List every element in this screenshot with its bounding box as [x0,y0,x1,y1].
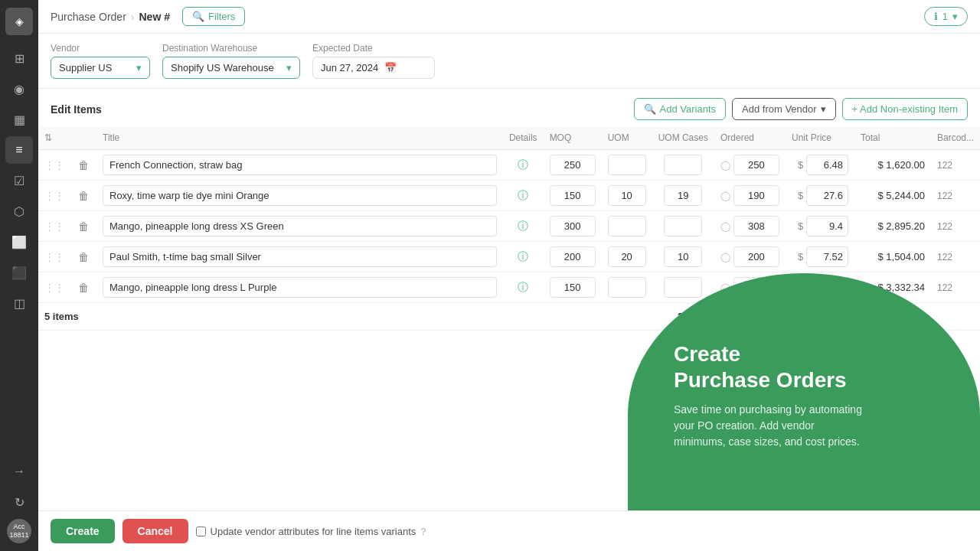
table-row: ⋮⋮ 🗑 ⓘ ◯ $ $ 1,620.00 [38,150,980,181]
update-vendor-checkbox-wrap: Update vendor attributes for line items … [196,526,426,537]
reports-icon[interactable]: ⬛ [5,259,33,286]
title-input[interactable] [103,246,497,267]
items-actions: 🔍 Add Variants Add from Vendor ▾ + Add N… [634,98,968,120]
delete-row-button[interactable]: 🗑 [77,249,90,265]
help-icon[interactable]: ? [420,526,426,537]
col-title: Title [96,126,503,150]
title-input[interactable] [103,155,497,175]
currency-symbol: $ [798,251,803,262]
details-info-icon[interactable]: ⓘ [518,281,528,293]
barcode-value: 122 [937,252,952,262]
account-icon[interactable]: Acc18811 [7,519,31,543]
add-variants-button[interactable]: 🔍 Add Variants [634,98,726,120]
filters-button[interactable]: 🔍 Filters [182,7,245,26]
currency-symbol: $ [798,190,803,201]
moq-input[interactable] [550,246,596,267]
col-barcode: Barcod... [931,126,980,150]
delete-row-button[interactable]: 🗑 [77,158,90,173]
uom-cases-input[interactable] [664,155,702,175]
ordered-input[interactable] [733,277,779,298]
sync-icon[interactable]: ↻ [5,488,33,516]
uom-cases-input[interactable] [664,277,702,298]
search-variants-icon: 🔍 [644,103,656,115]
title-input[interactable] [103,216,497,236]
add-from-vendor-button[interactable]: Add from Vendor ▾ [732,98,836,120]
ordered-input[interactable] [733,185,779,206]
details-info-icon[interactable]: ⓘ [518,250,528,262]
warehouse-select[interactable]: Shopify US Warehouse ▾ [162,57,300,79]
info-icon: ℹ [934,11,938,22]
moq-input[interactable] [550,277,596,298]
vendor-select[interactable]: Supplier US ▾ [51,57,150,79]
details-info-icon[interactable]: ⓘ [518,220,528,232]
moq-input[interactable] [550,155,596,175]
topbar: Purchase Order › New # 🔍 Filters ℹ 1 ▾ [38,0,980,34]
col-total: Total [854,126,931,150]
cancel-button[interactable]: Cancel [122,519,188,543]
delete-row-button[interactable]: 🗑 [77,280,90,295]
analytics-icon[interactable]: ▦ [5,106,33,133]
total-value: $ 2,895.20 [878,220,925,232]
moq-input[interactable] [550,216,596,236]
unit-price-input[interactable] [806,185,848,206]
drag-handle-icon[interactable]: ⋮⋮ [44,159,64,171]
promo-title: CreatePurchase Orders [674,341,942,393]
unit-price-input[interactable] [806,246,848,267]
col-uom: UOM [602,126,652,150]
footer: Create Cancel Update vendor attributes f… [38,510,980,551]
date-input[interactable]: Jun 27, 2024 📅 [312,57,435,79]
delete-row-button[interactable]: 🗑 [77,219,90,234]
drag-handle-icon[interactable]: ⋮⋮ [44,190,64,201]
inventory-icon[interactable]: ☑ [5,167,33,194]
col-unit-price: Unit Price [786,126,854,150]
drag-handle-icon[interactable]: ⋮⋮ [44,251,64,262]
add-non-existing-button[interactable]: + Add Non-existing Item [842,98,968,120]
delete-row-button[interactable]: 🗑 [77,188,90,204]
uom-input[interactable] [608,185,646,206]
item-count: 5 items [44,311,79,322]
update-vendor-label: Update vendor attributes for line items … [211,526,416,537]
moq-input[interactable] [550,185,596,206]
form-area: Vendor Supplier US ▾ Destination Warehou… [38,34,980,89]
update-vendor-checkbox[interactable] [196,527,206,536]
barcode-value: 122 [937,282,952,293]
drag-handle-icon[interactable]: ⋮⋮ [44,220,64,232]
total-value: $ 3,332.34 [878,282,925,293]
uom-input[interactable] [608,246,646,267]
app-logo[interactable]: ◈ [5,8,33,35]
grand-total: $ 14,595.54 [872,311,925,322]
charts-icon[interactable]: ◫ [5,289,33,317]
title-input[interactable] [103,185,497,206]
dashboard-icon[interactable]: ⊞ [5,44,33,72]
ordered-input[interactable] [733,155,779,175]
unit-price-input[interactable] [806,277,848,298]
arrow-right-icon[interactable]: → [5,458,33,485]
drag-handle-icon[interactable]: ⋮⋮ [44,282,64,293]
calendar-icon: 📅 [384,62,397,73]
title-input[interactable] [103,277,497,298]
uom-input[interactable] [608,216,646,236]
ordered-input[interactable] [733,246,779,267]
details-info-icon[interactable]: ⓘ [518,158,528,171]
warehouse-icon[interactable]: ⬜ [5,228,33,256]
uom-cases-input[interactable] [664,246,702,267]
date-label: Expected Date [312,43,435,54]
uom-cases-input[interactable] [664,185,702,206]
ordered-circle-icon: ◯ [720,221,730,232]
info-badge[interactable]: ℹ 1 ▾ [924,7,968,26]
uom-input[interactable] [608,277,646,298]
orders-icon[interactable]: ≡ [5,136,33,164]
shipping-icon[interactable]: ⬡ [5,197,33,225]
uom-input[interactable] [608,155,646,175]
unit-price-input[interactable] [806,216,848,236]
col-drag: ⇅ [38,126,70,150]
contacts-icon[interactable]: ◉ [5,75,33,103]
details-info-icon[interactable]: ⓘ [518,189,528,201]
unit-price-input[interactable] [806,155,848,175]
breadcrumb-parent[interactable]: Purchase Order [51,11,126,23]
ordered-input[interactable] [733,216,779,236]
create-button[interactable]: Create [51,519,115,543]
uom-cases-input[interactable] [664,216,702,236]
warehouse-label: Destination Warehouse [162,43,300,54]
breadcrumb-current: New # [139,11,170,23]
